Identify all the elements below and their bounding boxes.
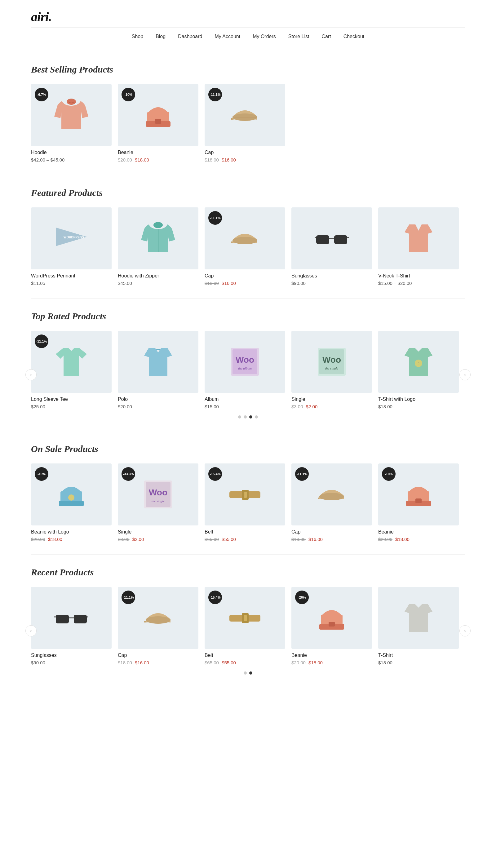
discount-badge: -20% — [295, 591, 309, 604]
best-selling-section: Best Selling Products -6.7% Hoodie $42.0… — [0, 52, 496, 175]
product-image-sunglasses2[interactable] — [31, 587, 112, 649]
recent-section: Recent Products ‹ Sunglasses $90.00 — [0, 555, 496, 687]
top-rated-grid: -11.1% Long Sleeve Tee $25.00 Polo $ — [31, 331, 465, 409]
product-image-beanie-logo[interactable]: -10% — [31, 463, 112, 525]
product-image-pennant[interactable]: WORDPRESS — [31, 207, 112, 269]
product-image-belt2[interactable]: -15.4% — [205, 587, 285, 649]
product-image-polo[interactable] — [118, 331, 198, 393]
discount-badge: -11.1% — [122, 591, 135, 604]
svg-text:Woo: Woo — [322, 355, 341, 365]
product-image-cap[interactable]: -11.1% — [205, 84, 285, 146]
nav-shop[interactable]: Shop — [132, 34, 143, 40]
list-item: -11.1% Cap $18.00 $16.00 — [118, 587, 198, 665]
recent-dot-2[interactable] — [249, 671, 252, 675]
product-name: Single — [291, 397, 372, 402]
sale-price: $16.00 — [135, 660, 149, 665]
svg-rect-52 — [329, 622, 335, 626]
product-image-cap3[interactable]: -11.1% — [291, 463, 372, 525]
list-item: -11.1% Cap $18.00 $16.00 — [291, 463, 372, 542]
list-item: T-Shirt $18.00 — [378, 587, 459, 665]
product-price: $3.00 $2.00 — [291, 404, 372, 409]
vneck-illustration — [400, 218, 437, 259]
list-item: Woo the album Album $15.00 — [205, 331, 285, 409]
svg-point-9 — [232, 237, 257, 244]
hoodie-zipper-illustration — [140, 218, 177, 259]
featured-section: Featured Products WORDPRESS WordPress Pe… — [0, 175, 496, 298]
sale-price: $18.00 — [308, 660, 323, 665]
carousel-right-button[interactable]: › — [460, 369, 470, 381]
product-price: $18.00 $16.00 — [205, 281, 285, 286]
featured-grid: WORDPRESS WordPress Pennant $11.05 Hoodi… — [31, 207, 465, 286]
dot-1[interactable] — [238, 415, 241, 418]
sunglasses-illustration — [313, 218, 350, 259]
on-sale-section: On Sale Products -10% Beanie with Logo $… — [0, 431, 496, 554]
nav-blog[interactable]: Blog — [156, 34, 166, 40]
dot-4[interactable] — [255, 415, 258, 418]
product-image-album[interactable]: Woo the album — [205, 331, 285, 393]
product-image-cap2[interactable]: -11.1% — [205, 207, 285, 269]
product-image-single2[interactable]: -33.3% Woo the single — [118, 463, 198, 525]
sale-price: $2.00 — [306, 404, 318, 409]
sale-price: $2.00 — [133, 537, 144, 542]
product-price: $18.00 $16.00 — [118, 660, 198, 665]
tshirt-logo-illustration: :) — [400, 342, 437, 382]
logo[interactable]: airi. — [31, 9, 465, 24]
svg-text::): :) — [418, 362, 419, 365]
svg-point-37 — [319, 493, 344, 500]
recent-dot-1[interactable] — [244, 671, 247, 675]
list-item: -11.1% Long Sleeve Tee $25.00 — [31, 331, 112, 409]
belt-illustration — [226, 474, 264, 515]
product-price: $18.00 $16.00 — [291, 537, 372, 542]
product-price: $20.00 — [118, 404, 198, 409]
recent-carousel-dots — [31, 671, 465, 675]
product-price: $45.00 — [118, 281, 198, 286]
beanie2-illustration — [400, 474, 437, 515]
product-image-sunglasses[interactable] — [291, 207, 372, 269]
product-image-tshirt-logo[interactable]: :) — [378, 331, 459, 393]
svg-text:the album: the album — [238, 367, 252, 370]
svg-rect-11 — [334, 235, 347, 244]
product-image-beanie[interactable]: -10% — [118, 84, 198, 146]
longsleeve-illustration — [53, 342, 90, 382]
sale-price: $55.00 — [222, 537, 236, 542]
product-image-hoodie[interactable]: -6.7% — [31, 84, 112, 146]
svg-rect-40 — [415, 498, 422, 503]
product-image-beanie3[interactable]: -20% — [291, 587, 372, 649]
list-item: -10% Beanie with Logo $20.00 $18.00 — [31, 463, 112, 542]
sale-price: $18.00 — [395, 537, 409, 542]
carousel-left-button[interactable]: ‹ — [26, 625, 36, 636]
product-image-hoodie-zipper[interactable] — [118, 207, 198, 269]
recent-grid: Sunglasses $90.00 -11.1% Cap $18.00 $16.… — [31, 587, 465, 665]
product-image-tshirt2[interactable] — [378, 587, 459, 649]
best-selling-grid: -6.7% Hoodie $42.00 – $45.00 -10% — [31, 84, 465, 162]
svg-point-0 — [67, 98, 76, 105]
list-item: Polo $20.00 — [118, 331, 198, 409]
nav-my-orders[interactable]: My Orders — [253, 34, 276, 40]
product-name: Cap — [205, 273, 285, 279]
tshirt2-illustration — [400, 598, 437, 638]
product-image-beanie2[interactable]: -10% — [378, 463, 459, 525]
svg-text:the single: the single — [152, 499, 165, 503]
list-item: -10% Beanie $20.00 $18.00 — [118, 84, 198, 162]
cap-illustration — [226, 95, 264, 135]
nav-store-list[interactable]: Store List — [288, 34, 309, 40]
nav-checkout[interactable]: Checkout — [343, 34, 365, 40]
product-image-single[interactable]: Woo the single — [291, 331, 372, 393]
dot-2[interactable] — [244, 415, 247, 418]
product-image-longsleeve[interactable]: -11.1% — [31, 331, 112, 393]
nav-my-account[interactable]: My Account — [215, 34, 240, 40]
nav-cart[interactable]: Cart — [322, 34, 331, 40]
list-item: Woo the single Single $3.00 $2.00 — [291, 331, 372, 409]
list-item: V-Neck T-Shirt $15.00 – $20.00 — [378, 207, 459, 286]
product-price: $90.00 — [31, 660, 112, 665]
cap3-illustration — [313, 474, 350, 515]
product-image-belt[interactable]: -15.4% — [205, 463, 285, 525]
dot-3[interactable] — [249, 415, 252, 418]
product-image-vneck[interactable] — [378, 207, 459, 269]
carousel-left-button[interactable]: ‹ — [26, 369, 36, 381]
product-name: Hoodie with Zipper — [118, 273, 198, 279]
carousel-right-button-recent[interactable]: › — [460, 625, 470, 636]
nav-dashboard[interactable]: Dashboard — [178, 34, 202, 40]
list-item: -15.4% Belt $65.00 $55.00 — [205, 587, 285, 665]
product-image-cap-recent[interactable]: -11.1% — [118, 587, 198, 649]
